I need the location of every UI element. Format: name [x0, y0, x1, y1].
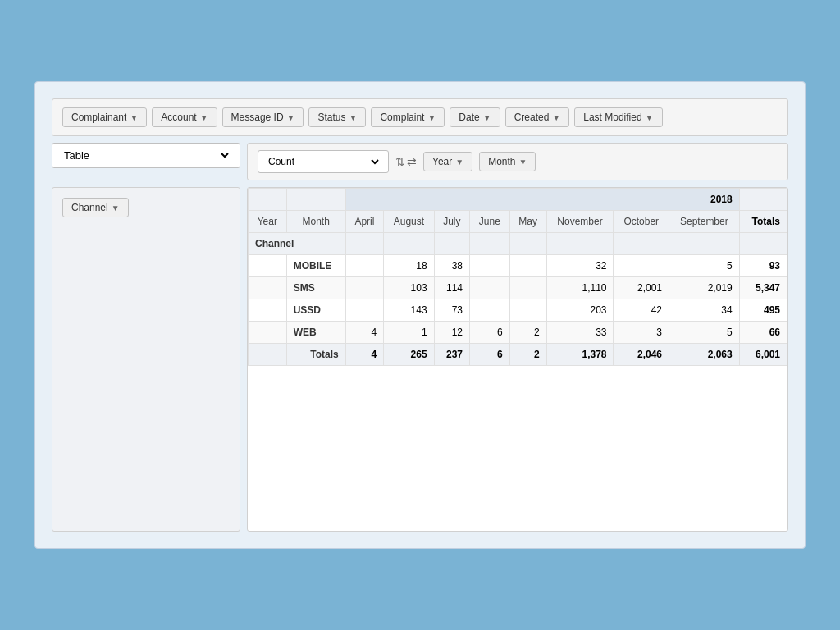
filter-complainant[interactable]: Complainant ▼ — [62, 107, 147, 127]
april-header: April — [345, 211, 383, 233]
data-cell: 73 — [434, 299, 469, 322]
channel-cell: MOBILE — [286, 255, 345, 277]
complainant-arrow-icon: ▼ — [130, 113, 138, 122]
empty-5 — [509, 233, 546, 255]
row-total: 495 — [739, 299, 787, 322]
data-cell: 34 — [669, 299, 740, 322]
measure-select-box[interactable]: Count Sum — [258, 150, 389, 173]
row-total: 66 — [739, 322, 787, 344]
main-content: Channel ▼ 2018 Year Month April — [52, 187, 788, 532]
channel-cell: USSD — [286, 299, 345, 322]
october-header: October — [614, 211, 669, 233]
totals-cell: 1,378 — [546, 344, 614, 366]
totals-label: Totals — [286, 344, 345, 366]
pivot-table: 2018 Year Month April August July June M… — [248, 188, 788, 366]
totals-empty — [249, 344, 287, 366]
data-cell: 42 — [614, 299, 669, 322]
empty-9 — [739, 233, 787, 255]
filter-account[interactable]: Account ▼ — [152, 107, 217, 127]
channel-cell: WEB — [286, 322, 345, 344]
data-cell: 143 — [384, 299, 435, 322]
table-row: WEB411262333566 — [249, 322, 788, 344]
filter-complaint[interactable]: Complaint ▼ — [371, 107, 445, 127]
august-header: August — [384, 211, 435, 233]
view-type-dropdown[interactable]: Table Chart — [61, 148, 231, 162]
filter-date[interactable]: Date ▼ — [450, 107, 500, 127]
data-area: 2018 Year Month April August July June M… — [247, 187, 788, 532]
totals-row: Totals4265237621,3782,0462,0636,001 — [249, 344, 788, 366]
empty-3 — [434, 233, 469, 255]
complaint-arrow-icon: ▼ — [427, 113, 436, 122]
year-cell — [249, 299, 287, 322]
measure-row: Count Sum ⇅ ⇄ Year ▼ Month ▼ — [247, 143, 788, 180]
filter-created[interactable]: Created ▼ — [505, 107, 570, 127]
swap-icons[interactable]: ⇅ ⇄ — [395, 155, 417, 168]
data-cell: 2,001 — [614, 277, 669, 299]
measure-dropdown[interactable]: Count Sum — [265, 155, 381, 168]
message-id-arrow-icon: ▼ — [287, 113, 295, 122]
totals-cell: 265 — [384, 344, 435, 366]
month-label: Month — [286, 211, 345, 233]
sidebar: Channel ▼ — [52, 187, 240, 532]
data-cell: 203 — [546, 299, 614, 322]
channel-filter[interactable]: Channel ▼ — [62, 198, 129, 217]
year-cell — [249, 322, 287, 344]
filter-last-modified[interactable]: Last Modified ▼ — [574, 107, 662, 127]
data-cell: 38 — [434, 255, 469, 277]
data-cell — [470, 277, 510, 299]
data-cell: 114 — [434, 277, 469, 299]
july-header: July — [434, 211, 469, 233]
empty-1 — [345, 233, 383, 255]
november-header: November — [546, 211, 614, 233]
grand-total: 6,001 — [739, 344, 787, 366]
year-cell — [249, 277, 287, 299]
data-cell: 5 — [669, 322, 740, 344]
filter-toolbar: Complainant ▼ Account ▼ Message ID ▼ Sta… — [52, 98, 788, 136]
empty-4 — [470, 233, 510, 255]
data-cell: 2 — [509, 322, 546, 344]
data-cell: 103 — [384, 277, 435, 299]
row-total: 93 — [739, 255, 787, 277]
middle-row: Table Chart Count Sum ⇅ ⇄ Year — [52, 143, 788, 180]
september-header: September — [669, 211, 740, 233]
channel-arrow-icon: ▼ — [112, 203, 120, 212]
data-cell: 18 — [384, 255, 435, 277]
data-cell — [345, 277, 383, 299]
empty-2 — [384, 233, 435, 255]
empty-6 — [546, 233, 614, 255]
row-total: 5,347 — [739, 277, 787, 299]
data-cell: 33 — [546, 322, 614, 344]
corner-cell-2 — [286, 189, 345, 211]
table-row: USSD143732034234495 — [249, 299, 788, 322]
totals-cell: 6 — [470, 344, 510, 366]
left-panel: Table Chart — [52, 143, 240, 180]
channel-row-header: Channel — [249, 233, 346, 255]
data-cell: 32 — [546, 255, 614, 277]
data-cell — [470, 299, 510, 322]
data-cell: 1,110 — [546, 277, 614, 299]
swap-vertical-icon: ⇅ — [395, 155, 405, 168]
last-modified-arrow-icon: ▼ — [646, 113, 654, 122]
view-type-select[interactable]: Table Chart — [52, 143, 240, 168]
data-cell: 12 — [434, 322, 469, 344]
corner-cell-1 — [249, 189, 287, 211]
corner-cell-3 — [739, 189, 787, 211]
data-cell — [509, 299, 546, 322]
year-cell — [249, 255, 287, 277]
year-header: 2018 — [345, 189, 739, 211]
table-row: SMS1031141,1102,0012,0195,347 — [249, 277, 788, 299]
channel-cell: SMS — [286, 277, 345, 299]
month-arrow-icon: ▼ — [519, 158, 527, 167]
year-filter[interactable]: Year ▼ — [423, 152, 472, 171]
totals-cell: 2 — [509, 344, 546, 366]
empty-8 — [669, 233, 740, 255]
filter-message-id[interactable]: Message ID ▼ — [222, 107, 304, 127]
totals-cell: 2,063 — [669, 344, 740, 366]
filter-status[interactable]: Status ▼ — [308, 107, 366, 127]
month-filter[interactable]: Month ▼ — [479, 152, 536, 171]
table-row: MOBILE183832593 — [249, 255, 788, 277]
data-cell: 4 — [345, 322, 383, 344]
totals-cell: 2,046 — [614, 344, 669, 366]
year-arrow-icon: ▼ — [455, 158, 463, 167]
data-cell: 3 — [614, 322, 669, 344]
